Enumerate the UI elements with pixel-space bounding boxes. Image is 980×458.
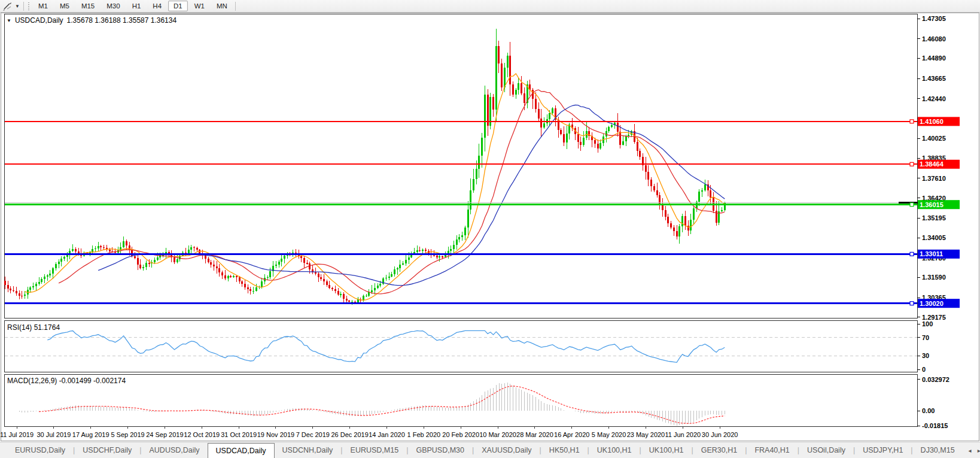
candle-body (98, 246, 99, 248)
candle-body (566, 134, 568, 142)
candle-body (425, 250, 427, 251)
y-axis-label: 1.44890 (922, 54, 946, 62)
rsi-indicator-label: RSI(14) 51.1764 (7, 323, 60, 332)
candle-body (247, 287, 249, 289)
mt4-window: ▼ M1M5M15M30H1H4D1W1MN 1.473051.460801.4… (0, 0, 980, 458)
chart-tab-xauusd-daily[interactable]: XAUUSD,Daily (474, 442, 539, 458)
candle-body (405, 260, 407, 263)
candle-body (659, 195, 661, 204)
x-axis-date-label: 26 Dec 2019 (331, 431, 368, 438)
chart-tab-ger30-h1[interactable]: GER30,H1 (693, 442, 745, 458)
chart-tab-eurusd-m15[interactable]: EURUSD,M15 (343, 442, 407, 458)
main-plot-frame[interactable] (5, 14, 918, 319)
timeframe-button-D1[interactable]: D1 (168, 1, 188, 11)
candle-body (239, 277, 241, 281)
level-line-handle[interactable] (910, 162, 914, 166)
level-price-badge-text: 1.36015 (920, 201, 944, 208)
rsi-axis-label: 30 (922, 352, 929, 359)
candle-body (450, 249, 452, 251)
candle-body (63, 257, 65, 259)
candle-body (21, 296, 23, 296)
cursor-tool-caret-icon[interactable]: ▼ (15, 4, 20, 9)
candle-body (647, 172, 649, 180)
timeframe-button-W1[interactable]: W1 (189, 1, 210, 11)
candle-body (278, 262, 280, 265)
chart-draw-cursor-icon[interactable]: ▼ (0, 0, 22, 12)
candle-body (515, 90, 517, 95)
candle-body (721, 210, 723, 211)
candle-body (227, 276, 229, 278)
chart-tab-uk100-h1[interactable]: UK100,H1 (589, 442, 640, 458)
candle-body (507, 56, 509, 68)
candle-body (495, 46, 497, 110)
candle-body (577, 134, 579, 141)
level-line-handle[interactable] (910, 120, 914, 123)
candle-body (72, 249, 74, 251)
chart-tab-usdcad-daily[interactable]: USDCAD,Daily (208, 443, 275, 458)
timeframe-button-MN[interactable]: MN (211, 1, 233, 11)
timeframe-button-M5[interactable]: M5 (54, 1, 75, 11)
price-chart[interactable]: 1.473051.460801.448901.436651.424401.400… (0, 13, 980, 458)
candle-body (670, 223, 672, 228)
chart-tab-hk50-h1[interactable]: HK50,H1 (541, 442, 588, 458)
timeframe-button-M1[interactable]: M1 (33, 1, 53, 11)
tab-scroll-right-icon[interactable]: ▸ (978, 447, 980, 454)
chart-dropdown-icon[interactable]: ▼ (7, 18, 11, 23)
candle-body (678, 226, 680, 237)
chart-tab-uk100-h1[interactable]: UK100,H1 (641, 442, 692, 458)
candle-body (13, 290, 14, 291)
candle-body (667, 217, 669, 223)
candle-body (323, 279, 325, 281)
candle-body (346, 299, 348, 301)
candle-body (75, 249, 77, 251)
candle-body (498, 46, 500, 63)
timeframe-button-M30[interactable]: M30 (101, 1, 125, 11)
macd-indicator-label: MACD(12,26,9) -0.001499 -0.002174 (7, 377, 126, 385)
candle-body (190, 247, 192, 250)
candle-body (698, 192, 700, 202)
chart-tab-gbpusd-m30[interactable]: GBPUSD,M30 (408, 442, 472, 458)
x-axis-date-label: 19 Nov 2019 (257, 431, 294, 438)
tab-scroll-left-icon[interactable]: ◂ (969, 447, 972, 454)
chart-tab-usdcnh-daily[interactable]: USDCNH,Daily (275, 442, 341, 458)
chart-tab-eurusd-daily[interactable]: EURUSD,Daily (7, 442, 73, 458)
timeframe-toolbar: ▼ M1M5M15M30H1H4D1W1MN (0, 0, 980, 13)
timeframe-button-H1[interactable]: H1 (127, 1, 147, 11)
candle-body (208, 259, 209, 262)
chart-tab-usdjpy-h1[interactable]: USDJPY,H1 (855, 442, 911, 458)
candle-body (103, 247, 105, 248)
candle-body (461, 235, 463, 237)
macd-plot-frame[interactable] (5, 375, 918, 427)
chart-tab-audusd-daily[interactable]: AUDUSD,Daily (142, 442, 208, 458)
candle-body (371, 290, 373, 292)
toolbar-drag-grip[interactable] (28, 2, 30, 11)
level-line-handle[interactable] (910, 302, 914, 305)
rsi-plot-frame[interactable] (5, 321, 918, 372)
candle-body (512, 84, 514, 95)
candle-body (650, 180, 652, 186)
chart-title: ▼ USDCAD,Daily 1.35678 1.36188 1.35587 1… (7, 16, 176, 25)
chart-tab-usoil-daily[interactable]: USOil,Daily (799, 442, 853, 458)
chart-tab-fra40-h1[interactable]: FRA40,H1 (747, 442, 797, 458)
candle-body (134, 256, 136, 258)
candle-body (351, 302, 353, 302)
candle-body (348, 301, 350, 302)
candle-body (306, 263, 308, 263)
level-line-handle[interactable] (910, 203, 914, 207)
candle-body (419, 250, 421, 251)
chart-tab-usdchf-daily[interactable]: USDCHF,Daily (75, 442, 139, 458)
candle-body (249, 289, 251, 291)
candle-body (309, 263, 311, 269)
candle-body (109, 250, 111, 251)
chart-tab-dj30-m15[interactable]: DJ30,M15 (913, 442, 963, 458)
timeframe-button-M15[interactable]: M15 (76, 1, 100, 11)
candle-body (639, 151, 641, 157)
rsi-axis-label: 100 (922, 320, 933, 327)
candle-body (481, 138, 483, 156)
candle-body (196, 248, 198, 250)
timeframe-button-H4[interactable]: H4 (147, 1, 167, 11)
candle-body (676, 231, 678, 236)
candle-body (16, 291, 17, 293)
level-line-handle[interactable] (910, 252, 914, 256)
rsi-axis-label: 0 (922, 366, 926, 373)
